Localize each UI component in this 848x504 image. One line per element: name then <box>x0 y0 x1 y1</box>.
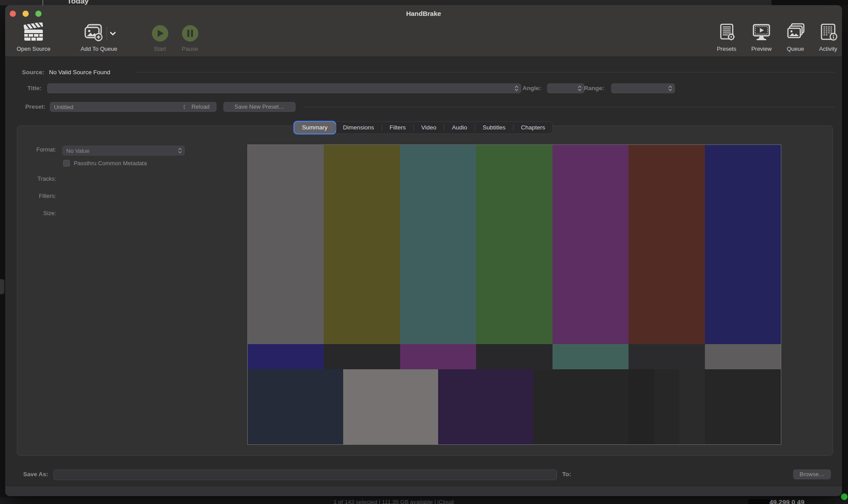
color-bar <box>553 145 628 344</box>
background-corner <box>772 0 848 5</box>
range-popup[interactable] <box>611 83 675 93</box>
color-bar <box>324 145 400 344</box>
preset-popup[interactable]: Untitled <box>50 102 190 112</box>
smpte-bars-bottom <box>248 369 781 444</box>
toolbar: HandBrake Open Source <box>5 5 842 57</box>
background-sidebar-notch <box>0 279 4 294</box>
angle-label: Angle: <box>513 83 541 94</box>
background-window-strip <box>0 0 848 5</box>
popup-chevron-icon <box>668 85 672 93</box>
background-divider <box>42 0 43 5</box>
title-label: Title: <box>5 83 42 94</box>
pause-button[interactable]: Pause <box>176 21 204 52</box>
color-bar <box>628 369 654 444</box>
color-bar <box>400 145 476 344</box>
play-icon <box>151 24 169 44</box>
activity-button[interactable]: Activity <box>811 21 845 52</box>
preview-monitor-icon <box>751 23 772 44</box>
activity-label: Activity <box>819 45 837 52</box>
color-bar <box>705 145 781 344</box>
smpte-bars-top <box>248 145 781 344</box>
source-divider <box>135 72 835 72</box>
range-label: Range: <box>577 83 604 94</box>
format-label: Format: <box>19 144 56 155</box>
save-as-input[interactable] <box>53 470 557 480</box>
popup-chevron-icon <box>178 148 182 155</box>
preset-popup-value: Untitled <box>54 104 73 110</box>
color-bar <box>343 369 438 444</box>
clapperboard-icon <box>23 23 44 44</box>
save-new-preset-button[interactable]: Save New Preset… <box>223 102 295 112</box>
background-status-counts: 49,299 0 49 <box>769 498 804 504</box>
tab-bar: Summary Dimensions Filters Video Audio S… <box>295 122 553 133</box>
color-bar <box>705 369 781 444</box>
toolbar-separator <box>106 27 107 40</box>
reload-button[interactable]: Reload <box>185 102 216 112</box>
preset-label: Preset: <box>5 102 45 112</box>
color-bar <box>248 369 343 444</box>
format-popup[interactable]: No Value <box>62 146 185 155</box>
start-button[interactable]: Start <box>146 21 174 52</box>
background-status-text: 1 of 143 selected | 111.35 GB available … <box>333 499 454 504</box>
status-green-dot <box>841 493 848 500</box>
queue-label: Queue <box>787 45 804 52</box>
tab-filters[interactable]: Filters <box>382 122 413 133</box>
open-source-button[interactable]: Open Source <box>9 21 58 52</box>
color-bar <box>628 145 704 344</box>
queue-button[interactable]: Queue <box>781 21 810 52</box>
color-bar <box>476 145 552 344</box>
handbrake-window: HandBrake Open Source <box>5 5 842 496</box>
add-to-queue-label: Add To Queue <box>81 45 117 52</box>
color-bar <box>324 344 400 369</box>
tab-video[interactable]: Video <box>414 122 444 133</box>
color-bar <box>628 344 704 369</box>
pause-label: Pause <box>182 45 198 52</box>
add-photos-icon <box>83 23 103 44</box>
tab-chapters[interactable]: Chapters <box>513 122 553 133</box>
preview-test-pattern <box>247 144 781 445</box>
tab-subtitles[interactable]: Subtitles <box>475 122 513 133</box>
window-title: HandBrake <box>5 10 842 17</box>
source-value: No Valid Source Found <box>49 67 110 78</box>
source-label: Source: <box>5 67 44 78</box>
activity-log-icon <box>818 23 838 44</box>
color-bar <box>705 344 781 369</box>
passthru-checkbox[interactable] <box>63 160 70 167</box>
color-bar <box>248 344 324 369</box>
background-status-bar: 1 of 143 selected | 111.35 GB available … <box>0 497 848 504</box>
preview-label: Preview <box>751 45 772 52</box>
filters-label: Filters: <box>19 190 56 202</box>
add-to-queue-button[interactable]: Add To Queue <box>70 21 128 52</box>
tab-audio[interactable]: Audio <box>444 122 475 133</box>
presets-icon <box>716 23 737 44</box>
to-label: To: <box>562 469 571 480</box>
tab-dimensions[interactable]: Dimensions <box>336 122 382 133</box>
save-as-label: Save As: <box>16 469 48 480</box>
presets-button[interactable]: Presets <box>710 21 743 52</box>
color-bar <box>476 344 552 369</box>
open-source-label: Open Source <box>17 45 51 52</box>
queue-stack-icon <box>785 23 806 44</box>
color-bar <box>438 369 534 444</box>
browse-button[interactable]: Browse… <box>793 470 831 479</box>
window-footer <box>5 486 842 496</box>
passthru-label: Passthru Common Metadata <box>74 160 147 167</box>
start-label: Start <box>154 45 166 52</box>
title-popup[interactable] <box>47 83 521 93</box>
color-bar <box>553 344 628 369</box>
background-status-button <box>748 499 770 504</box>
preview-button[interactable]: Preview <box>744 21 779 52</box>
chevron-down-icon[interactable] <box>110 30 116 38</box>
tab-summary[interactable]: Summary <box>295 122 335 133</box>
color-bar <box>534 369 628 444</box>
color-bar <box>679 369 705 444</box>
presets-label: Presets <box>717 45 736 52</box>
format-popup-value: No Value <box>66 148 90 154</box>
color-bar <box>248 145 324 344</box>
color-bar <box>400 344 476 369</box>
color-bar <box>654 369 679 444</box>
preset-divider <box>303 107 835 107</box>
tracks-label: Tracks: <box>19 173 56 185</box>
pause-icon <box>181 24 199 44</box>
smpte-bars-middle <box>248 344 781 369</box>
